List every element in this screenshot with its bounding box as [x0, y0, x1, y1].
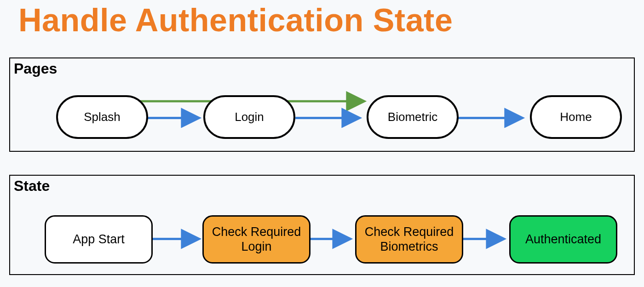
- node-splash: Splash: [56, 95, 148, 139]
- panel-pages-label: Pages: [14, 60, 57, 77]
- panel-state: State App Start Check Required Login Che…: [9, 175, 635, 275]
- diagram-stage: Handle Authentication State Pages Spla: [0, 0, 644, 287]
- node-biometric-label: Biometric: [388, 110, 437, 124]
- node-home-label: Home: [560, 110, 592, 124]
- panel-state-label: State: [14, 178, 50, 195]
- node-check-login: Check Required Login: [202, 215, 310, 264]
- node-check-login-label: Check Required Login: [204, 225, 309, 253]
- node-home: Home: [530, 95, 622, 139]
- diagram-title: Handle Authentication State: [18, 2, 453, 39]
- node-biometric: Biometric: [367, 95, 459, 139]
- node-check-bio-label: Check Required Biometrics: [356, 225, 462, 253]
- node-login: Login: [203, 95, 295, 139]
- node-authenticated-label: Authenticated: [525, 232, 601, 247]
- node-login-label: Login: [235, 110, 264, 124]
- panel-pages: Pages Splash Login: [9, 57, 635, 152]
- node-authenticated: Authenticated: [509, 215, 617, 264]
- node-app-start: App Start: [45, 215, 153, 264]
- node-check-bio: Check Required Biometrics: [355, 215, 463, 264]
- node-app-start-label: App Start: [73, 232, 125, 247]
- node-splash-label: Splash: [84, 110, 121, 124]
